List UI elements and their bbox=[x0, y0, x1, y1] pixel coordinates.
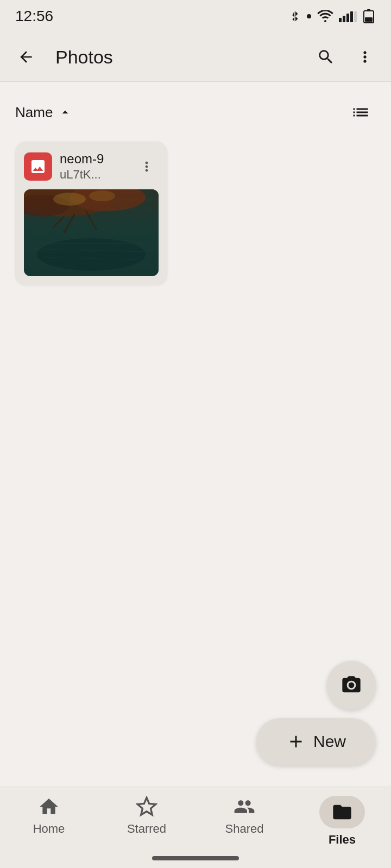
svg-point-16 bbox=[53, 193, 86, 206]
top-bar: Photos bbox=[0, 33, 391, 81]
nav-label-starred: Starred bbox=[127, 822, 166, 836]
star-icon bbox=[136, 796, 157, 818]
sort-label-text: Name bbox=[15, 104, 53, 121]
svg-point-0 bbox=[307, 14, 311, 18]
nav-label-home: Home bbox=[33, 822, 65, 836]
file-name-line1: neom-9 bbox=[60, 150, 135, 167]
file-type-icon bbox=[24, 152, 52, 181]
wifi-icon bbox=[317, 10, 333, 22]
page-title: Photos bbox=[55, 47, 302, 68]
svg-rect-3 bbox=[346, 14, 349, 22]
signal-bars-icon bbox=[339, 10, 357, 22]
svg-point-17 bbox=[89, 190, 115, 201]
nav-label-files: Files bbox=[329, 833, 356, 847]
shared-icon bbox=[234, 796, 255, 818]
battery-icon bbox=[363, 9, 376, 24]
more-vert-icon bbox=[356, 48, 374, 66]
camera-fab-button[interactable] bbox=[327, 661, 376, 710]
list-view-button[interactable] bbox=[345, 97, 376, 127]
svg-point-18 bbox=[37, 238, 146, 271]
file-menu-button[interactable] bbox=[135, 155, 159, 178]
file-name-line2: uL7tK... bbox=[60, 167, 135, 183]
signal-dot-icon bbox=[306, 14, 312, 19]
status-bar: 12:56 bbox=[0, 0, 391, 33]
search-icon bbox=[317, 48, 335, 66]
search-button[interactable] bbox=[311, 42, 341, 72]
svg-rect-1 bbox=[339, 18, 342, 22]
nav-item-shared[interactable]: Shared bbox=[195, 796, 293, 836]
list-view-icon bbox=[351, 103, 370, 122]
file-card[interactable]: neom-9 uL7tK... bbox=[15, 142, 167, 285]
status-time: 12:56 bbox=[15, 8, 53, 25]
new-fab-label: New bbox=[313, 732, 346, 751]
nav-item-starred[interactable]: Starred bbox=[98, 796, 195, 836]
nav-item-files[interactable]: Files bbox=[293, 796, 391, 847]
bluetooth-icon bbox=[289, 9, 301, 24]
svg-rect-4 bbox=[350, 11, 353, 22]
nav-label-shared: Shared bbox=[225, 822, 264, 836]
more-vert-icon bbox=[139, 159, 154, 174]
home-icon bbox=[38, 796, 60, 818]
camera-icon bbox=[340, 674, 362, 696]
svg-rect-2 bbox=[343, 16, 345, 22]
svg-rect-7 bbox=[367, 9, 370, 11]
files-icon bbox=[331, 801, 353, 823]
plus-icon bbox=[286, 732, 306, 751]
nav-item-home[interactable]: Home bbox=[0, 796, 98, 836]
file-card-header: neom-9 uL7tK... bbox=[24, 150, 159, 183]
new-fab-button[interactable]: New bbox=[256, 718, 376, 765]
sort-button[interactable]: Name bbox=[15, 104, 72, 121]
sort-asc-icon bbox=[58, 105, 72, 119]
svg-rect-8 bbox=[365, 17, 373, 22]
sort-bar: Name bbox=[0, 82, 391, 136]
more-options-button[interactable] bbox=[350, 42, 380, 72]
nav-active-highlight bbox=[319, 796, 365, 828]
status-icons bbox=[289, 9, 376, 24]
svg-rect-5 bbox=[354, 11, 357, 22]
content-area: neom-9 uL7tK... bbox=[0, 136, 391, 290]
home-indicator bbox=[152, 856, 239, 860]
fab-area: New bbox=[256, 661, 376, 765]
file-thumbnail bbox=[24, 189, 159, 276]
back-button[interactable] bbox=[11, 42, 41, 72]
